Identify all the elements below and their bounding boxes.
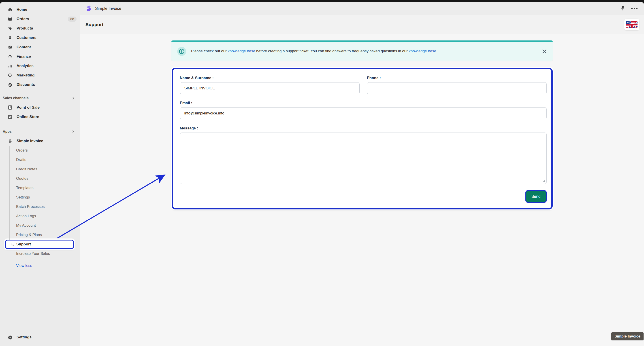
sidebar-item-home[interactable]: Home <box>0 5 80 14</box>
message-textarea[interactable] <box>180 133 547 184</box>
name-label: Name & Surname : <box>180 76 360 80</box>
phone-input[interactable] <box>367 82 547 94</box>
view-less-link[interactable]: View less <box>0 261 80 270</box>
sidebar-item-label: Simple Invoice <box>16 139 43 143</box>
person-icon <box>8 35 12 40</box>
sidebar-item-label: Content <box>16 45 31 49</box>
orders-icon <box>8 16 12 21</box>
branch-arrow-icon <box>10 242 14 246</box>
email-label: Email : <box>180 101 547 105</box>
sidebar-item-label: Orders <box>16 17 29 21</box>
sidebar-item-label: Marketing <box>16 73 34 78</box>
message-label: Message : <box>180 126 547 131</box>
app-subitem-credit-notes[interactable]: Credit Notes <box>0 165 80 174</box>
apps-header[interactable]: Apps <box>0 127 80 136</box>
sidebar-item-label: Finance <box>16 54 31 59</box>
knowledge-base-link[interactable]: knowledge base <box>408 49 436 53</box>
info-banner: Please check out our knowledge base befo… <box>172 40 553 61</box>
sidebar-item-finance[interactable]: Finance <box>0 52 80 61</box>
sidebar-item-label: Settings <box>16 335 32 340</box>
simple-invoice-logo-icon <box>86 5 92 12</box>
knowledge-base-link[interactable]: knowledge base <box>228 49 255 53</box>
chevron-right-icon <box>72 97 75 100</box>
app-subitem-templates[interactable]: Templates <box>0 183 80 193</box>
language-selector[interactable] <box>624 19 639 30</box>
app-topbar: Simple Invoice <box>80 2 644 15</box>
app-subitem-my-account[interactable]: My Account <box>0 221 80 230</box>
tag-icon <box>8 26 12 31</box>
sidebar-item-label: Customers <box>16 35 36 40</box>
bank-icon <box>8 54 12 59</box>
banner-message: Please check out our knowledge base befo… <box>191 49 437 54</box>
app-tree-line <box>10 146 10 240</box>
sidebar-item-marketing[interactable]: Marketing <box>0 71 80 80</box>
app-subitem-orders[interactable]: Orders <box>0 146 80 155</box>
percent-icon <box>8 82 12 87</box>
sidebar-item-simple-invoice-app[interactable]: Simple Invoice <box>0 136 80 146</box>
app-subitem-support-selected[interactable]: Support <box>5 240 74 249</box>
email-input[interactable] <box>180 107 547 119</box>
sidebar-item-label: Online Store <box>16 115 39 119</box>
phone-label: Phone : <box>367 76 547 80</box>
info-icon <box>177 47 186 56</box>
page-title: Support <box>86 22 104 27</box>
chevron-right-icon <box>72 130 75 133</box>
app-subitem-increase-your-sales[interactable]: Increase Your Sales <box>0 249 80 258</box>
sidebar-item-label: Home <box>16 7 27 12</box>
name-input[interactable] <box>180 82 360 94</box>
pos-icon <box>8 105 12 110</box>
sidebar-item-settings[interactable]: Settings <box>0 333 80 342</box>
app-subitem-batch-processes[interactable]: Batch Processes <box>0 202 80 211</box>
close-icon[interactable] <box>542 49 547 54</box>
sales-channels-header[interactable]: Sales channels <box>0 93 80 103</box>
more-options-icon[interactable] <box>631 7 638 9</box>
main-area: Simple Invoice Support <box>80 2 644 346</box>
support-form-card: Name & Surname : Phone : Email : Message… <box>172 68 553 209</box>
sidebar-item-label: Discounts <box>16 82 35 87</box>
sidebar-item-label: Analytics <box>16 64 34 68</box>
app-window: Home Orders 80 Products Customers <box>0 2 644 346</box>
sidebar-item-orders[interactable]: Orders 80 <box>0 14 80 24</box>
sidebar-item-content[interactable]: Content <box>0 42 80 52</box>
sidebar-item-analytics[interactable]: Analytics <box>0 61 80 71</box>
app-subitem-settings[interactable]: Settings <box>0 193 80 202</box>
simple-invoice-tooltip: Simple Invoice <box>611 332 644 340</box>
app-subitem-drafts[interactable]: Drafts <box>0 155 80 165</box>
send-button[interactable]: Send <box>526 190 547 203</box>
page-header: Support <box>80 15 644 34</box>
sidebar-item-label: Support <box>16 242 31 247</box>
image-icon <box>8 45 12 50</box>
orders-count-badge: 80 <box>68 16 76 22</box>
app-subitem-action-logs[interactable]: Action Logs <box>0 211 80 221</box>
storefront-icon <box>8 114 12 119</box>
sidebar-item-discounts[interactable]: Discounts <box>0 80 80 89</box>
target-icon <box>8 73 12 78</box>
bar-chart-icon <box>8 63 12 68</box>
app-subitem-quotes[interactable]: Quotes <box>0 174 80 183</box>
gear-icon <box>8 335 12 340</box>
app-title: Simple Invoice <box>95 6 121 11</box>
sidebar-item-customers[interactable]: Customers <box>0 33 80 42</box>
us-uk-flag-icon <box>626 21 638 28</box>
sidebar-item-online-store[interactable]: Online Store <box>0 112 80 122</box>
sidebar-item-label: Point of Sale <box>16 105 40 110</box>
sidebar-item-label: Products <box>16 26 33 31</box>
sidebar: Home Orders 80 Products Customers <box>0 2 80 346</box>
page-content: Please check out our knowledge base befo… <box>80 34 644 346</box>
home-icon <box>8 7 12 12</box>
pin-icon[interactable] <box>620 6 625 11</box>
simple-invoice-logo-gray-icon <box>8 139 12 144</box>
sidebar-item-products[interactable]: Products <box>0 24 80 33</box>
sidebar-item-point-of-sale[interactable]: Point of Sale <box>0 103 80 112</box>
app-subitem-pricing-plans[interactable]: Pricing & Plans <box>0 230 80 240</box>
